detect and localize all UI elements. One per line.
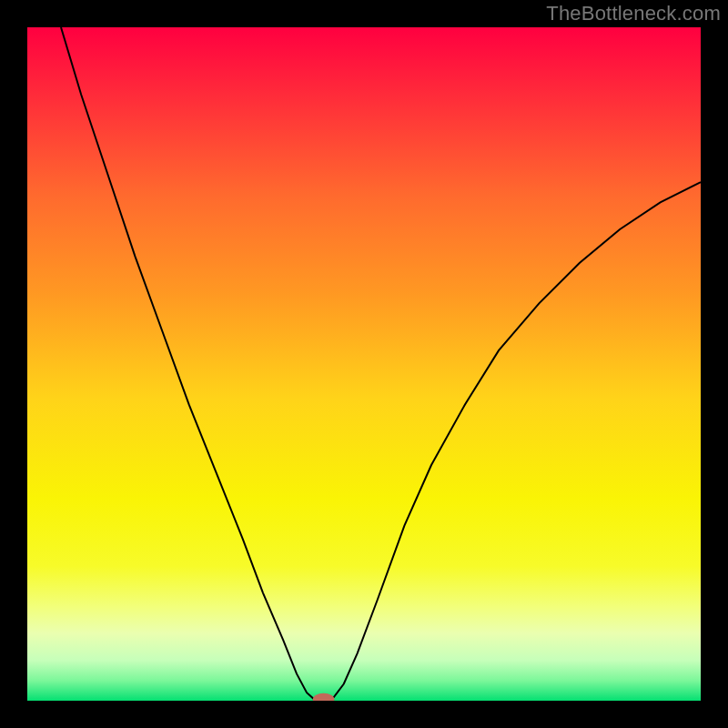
bottleneck-chart	[27, 27, 701, 701]
chart-background	[27, 27, 701, 701]
watermark-text: TheBottleneck.com	[546, 2, 721, 25]
